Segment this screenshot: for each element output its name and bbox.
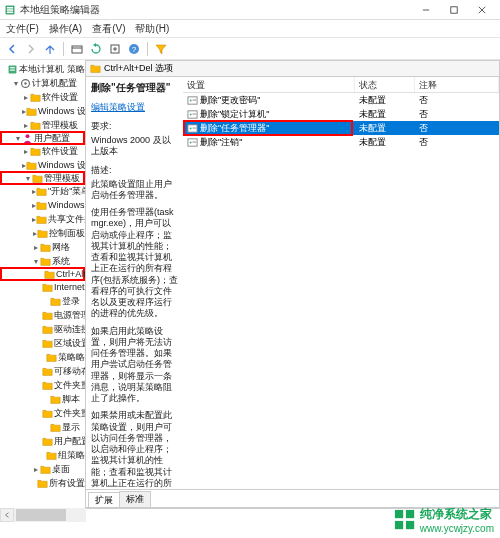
refresh-button[interactable] [88, 41, 104, 57]
twisty-icon[interactable]: ▸ [22, 121, 30, 130]
list-row[interactable]: 删除"任务管理器"未配置否 [183, 121, 499, 135]
twisty-icon[interactable]: ▸ [32, 243, 40, 252]
up-button[interactable] [42, 41, 58, 57]
tree-item[interactable]: 登录 [0, 294, 85, 308]
menu-file[interactable]: 文件(F) [6, 22, 39, 36]
svg-point-29 [190, 141, 192, 143]
menu-view[interactable]: 查看(V) [92, 22, 125, 36]
tree-item[interactable]: ▾管理模板 [0, 171, 85, 185]
help-button[interactable]: ? [126, 41, 142, 57]
tree-item[interactable]: 所有设置 [0, 476, 85, 490]
tab-standard[interactable]: 标准 [119, 491, 151, 507]
tree-item[interactable]: 策略略 [0, 350, 85, 364]
forward-button[interactable] [23, 41, 39, 57]
tree-item[interactable]: ▸Windows 组 [0, 198, 85, 212]
tree-item[interactable]: 电源管理 [0, 308, 85, 322]
tree-item[interactable]: ▸管理模板 [0, 118, 85, 132]
tree-item[interactable]: 脚本 [0, 392, 85, 406]
tree-item[interactable]: Ctrl+Alt+ [0, 267, 85, 281]
tree-label: Ctrl+Alt+ [56, 269, 86, 279]
tree-label: 桌面 [52, 463, 70, 476]
tree-label: 电源管理 [54, 309, 86, 322]
tree-item[interactable]: ▸桌面 [0, 462, 85, 476]
edit-policy-link[interactable]: 编辑策略设置 [91, 101, 178, 114]
list-row[interactable]: 删除"注销"未配置否 [183, 135, 499, 149]
col-status[interactable]: 状态 [355, 77, 415, 92]
toolbar-sep [147, 42, 148, 56]
window-title: 本地组策略编辑器 [20, 3, 412, 17]
tree-item[interactable]: ▸Windows 设置 [0, 104, 85, 118]
properties-button[interactable] [69, 41, 85, 57]
menu-help[interactable]: 帮助(H) [135, 22, 169, 36]
tree-label: 计算机配置 [32, 77, 77, 90]
tree-item[interactable]: 用户配置文 [0, 434, 85, 448]
twisty-icon[interactable]: ▾ [14, 134, 22, 143]
twisty-icon[interactable]: ▸ [22, 147, 30, 156]
back-button[interactable] [4, 41, 20, 57]
tree-item[interactable]: 文件夹重定 [0, 378, 85, 392]
close-button[interactable] [468, 1, 496, 19]
svg-rect-2 [7, 9, 13, 11]
tree-label: 策略略 [58, 351, 85, 364]
col-comment[interactable]: 注释 [415, 77, 499, 92]
tree-item[interactable]: ▸共享文件夹 [0, 212, 85, 226]
tree-item[interactable]: ▸"开始"菜单和 [0, 184, 85, 198]
tree-item[interactable]: 驱动连接 [0, 322, 85, 336]
toolbar: ? [0, 38, 500, 60]
svg-point-20 [190, 99, 192, 101]
cell-setting: 删除"注销" [183, 136, 355, 149]
tree-item[interactable]: ▾用户配置 [0, 131, 85, 145]
twisty-icon[interactable]: ▾ [12, 79, 20, 88]
tree-item[interactable]: 显示 [0, 420, 85, 434]
watermark: 纯净系统之家 www.ycwjzy.com [394, 506, 494, 534]
tree-item[interactable]: 本地计算机 策略 [0, 62, 85, 76]
tree-item[interactable]: 文件夹重定 [0, 406, 85, 420]
tree-item[interactable]: ▸软件设置 [0, 90, 85, 104]
policy-item-icon [187, 95, 198, 106]
tree-item[interactable]: 组策略 [0, 448, 85, 462]
tree-item[interactable]: ▸控制面板 [0, 226, 85, 240]
cell-status: 未配置 [355, 122, 415, 135]
twisty-icon[interactable]: ▾ [24, 174, 32, 183]
tree-label: 管理模板 [42, 119, 78, 132]
twisty-icon[interactable]: ▸ [32, 465, 40, 474]
filter-button[interactable] [153, 41, 169, 57]
list-row[interactable]: 删除"锁定计算机"未配置否 [183, 107, 499, 121]
svg-rect-31 [395, 510, 403, 518]
tree-item[interactable]: ▸软件设置 [0, 144, 85, 158]
svg-rect-1 [7, 7, 13, 9]
cell-status: 未配置 [355, 136, 415, 149]
tree-label: Internet 道 [54, 281, 86, 294]
breadcrumb-label: Ctrl+Alt+Del 选项 [104, 62, 173, 75]
menu-action[interactable]: 操作(A) [49, 22, 82, 36]
minimize-button[interactable] [412, 1, 440, 19]
cell-setting: 删除"更改密码" [183, 94, 355, 107]
twisty-icon[interactable]: ▾ [32, 257, 40, 266]
tree-item[interactable]: 区域设置服 [0, 336, 85, 350]
svg-rect-33 [395, 521, 403, 529]
tree-item[interactable]: ▾计算机配置 [0, 76, 85, 90]
tree-item[interactable]: ▾系统 [0, 254, 85, 268]
menubar: 文件(F) 操作(A) 查看(V) 帮助(H) [0, 20, 500, 38]
twisty-icon[interactable]: ▸ [22, 93, 30, 102]
list-row[interactable]: 删除"更改密码"未配置否 [183, 93, 499, 107]
app-icon [4, 4, 16, 16]
cell-status: 未配置 [355, 108, 415, 121]
svg-rect-3 [7, 11, 13, 13]
tree-item[interactable]: 可移动存储 [0, 364, 85, 378]
tree-item[interactable]: ▸网络 [0, 240, 85, 254]
description-pane: 删除"任务管理器" 编辑策略设置 要求: Windows 2000 及以上版本 … [86, 77, 183, 489]
tree-label: 脚本 [62, 393, 80, 406]
tab-extended[interactable]: 扩展 [88, 492, 120, 508]
tree-item[interactable]: ▸Windows 设置 [0, 158, 85, 172]
tree-item[interactable]: Internet 道 [0, 280, 85, 294]
maximize-button[interactable] [440, 1, 468, 19]
tree-pane[interactable]: 本地计算机 策略▾计算机配置▸软件设置▸Windows 设置▸管理模板▾用户配置… [0, 60, 86, 508]
export-button[interactable] [107, 41, 123, 57]
right-tabs: 扩展 标准 [86, 489, 499, 507]
cell-comment: 否 [415, 108, 499, 121]
tree-label: Windows 组 [48, 199, 86, 212]
svg-rect-32 [406, 510, 414, 518]
titlebar: 本地组策略编辑器 [0, 0, 500, 20]
col-setting[interactable]: 设置 [183, 77, 355, 92]
